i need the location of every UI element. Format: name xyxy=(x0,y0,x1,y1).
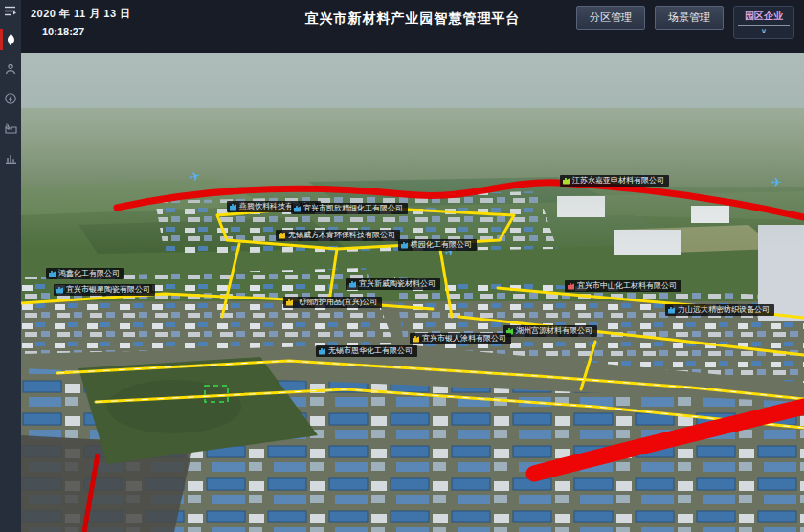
company-label-text: 飞翔防护用品(宜兴)公司 xyxy=(296,298,377,307)
sidebar-item-person[interactable] xyxy=(0,56,21,81)
chevron-down-icon: ∨ xyxy=(761,26,767,38)
flame-icon xyxy=(6,33,16,46)
menu-toggle-button[interactable] xyxy=(0,0,21,21)
company-label-text: 无锡威方木青环保科技有限公司 xyxy=(288,231,395,240)
company-label[interactable]: 宜兴市中山化工材料有限公司 xyxy=(565,280,681,292)
park-enterprises-dropdown[interactable]: 园区企业 ∨ xyxy=(733,6,794,39)
company-label-text: 鸿鑫化工有限公司 xyxy=(58,269,120,278)
current-date: 2020 年 11 月 13 日 xyxy=(31,7,131,21)
company-label-text: 横园化工有限公司 xyxy=(411,240,472,250)
header-actions: 分区管理 场景管理 园区企业 ∨ xyxy=(576,6,794,39)
map-3d-scene[interactable]: ✈ ✈ ✈ ✈ ✈ 燕腾饮料科技有限公司宜兴市凯欣精细化工有限公司无锡威方木青环… xyxy=(21,53,804,532)
company-label[interactable]: 宜兴市凯欣精细化工有限公司 xyxy=(291,203,408,214)
factory-marker-icon xyxy=(56,287,63,294)
factory-marker-icon xyxy=(401,242,408,249)
scene-management-button[interactable]: 场景管理 xyxy=(655,6,724,30)
bar-chart-icon xyxy=(5,152,17,164)
factory-marker-icon xyxy=(413,336,419,343)
company-label-text: 江苏永嘉亚申材料有限公司 xyxy=(572,176,664,186)
company-label-text: 力山远大精密纺织设备公司 xyxy=(678,305,770,315)
factory-marker-icon xyxy=(568,283,574,290)
smart-park-platform: 2020 年 11 月 13 日 10:18:27 宜兴市新材料产业园智慧管理平… xyxy=(0,0,804,532)
company-label-text: 宜兴市凯欣精细化工有限公司 xyxy=(303,204,403,213)
company-label[interactable]: 无锡威方木青环保科技有限公司 xyxy=(276,230,400,241)
company-label[interactable]: 力山远大精密纺织设备公司 xyxy=(665,304,774,316)
factory-marker-icon xyxy=(668,307,675,314)
header-bar: 2020 年 11 月 13 日 10:18:27 宜兴市新材料产业园智慧管理平… xyxy=(21,0,804,53)
company-label[interactable]: 横园化工有限公司 xyxy=(398,239,477,251)
factory-icon xyxy=(5,122,17,134)
company-label-text: 宜兴市银人涂料有限公司 xyxy=(422,334,506,344)
active-indicator xyxy=(0,29,3,50)
company-label[interactable]: 飞翔防护用品(宜兴)公司 xyxy=(283,297,382,308)
company-label-text: 无锡市恩华化工有限公司 xyxy=(328,346,413,356)
sidebar-item-factory[interactable] xyxy=(0,116,21,141)
company-label[interactable]: 宜兴市银人涂料有限公司 xyxy=(410,333,511,344)
factory-marker-icon xyxy=(230,204,236,211)
hamburger-icon xyxy=(5,6,17,16)
factory-marker-icon xyxy=(563,178,570,185)
factory-marker-icon xyxy=(49,271,56,277)
company-label[interactable]: 宜兴新威陶瓷材料公司 xyxy=(346,278,440,290)
current-time: 10:18:27 xyxy=(42,26,84,37)
factory-marker-icon xyxy=(319,348,325,355)
company-label[interactable]: 湖州宫源材料有限公司 xyxy=(503,325,597,337)
svg-text:✈: ✈ xyxy=(771,175,782,189)
sidebar xyxy=(0,0,21,532)
company-label[interactable]: 无锡市恩华化工有限公司 xyxy=(316,345,417,357)
factory-marker-icon xyxy=(349,281,356,288)
factory-marker-icon xyxy=(279,233,285,239)
company-label[interactable]: 宜兴市银星陶瓷有限公司 xyxy=(54,284,155,296)
factory-marker-icon xyxy=(294,206,301,212)
company-label-text: 湖州宫源材料有限公司 xyxy=(516,326,592,336)
company-label[interactable]: 鸿鑫化工有限公司 xyxy=(46,268,124,279)
power-icon xyxy=(5,93,16,104)
person-icon xyxy=(5,63,16,75)
park-enterprises-label: 园区企业 xyxy=(738,9,790,26)
sidebar-item-power[interactable] xyxy=(0,86,21,111)
company-label-text: 宜兴新威陶瓷材料公司 xyxy=(359,279,436,289)
page-title: 宜兴市新材料产业园智慧管理平台 xyxy=(305,11,521,28)
company-label-text: 宜兴市银星陶瓷有限公司 xyxy=(66,285,150,295)
sidebar-item-statistics[interactable] xyxy=(0,145,21,170)
sidebar-item-fire[interactable] xyxy=(0,27,21,52)
company-label[interactable]: 江苏永嘉亚申材料有限公司 xyxy=(560,175,669,187)
company-label-text: 宜兴市中山化工材料有限公司 xyxy=(577,281,677,291)
factory-marker-icon xyxy=(286,299,293,306)
zone-management-button[interactable]: 分区管理 xyxy=(576,6,645,30)
